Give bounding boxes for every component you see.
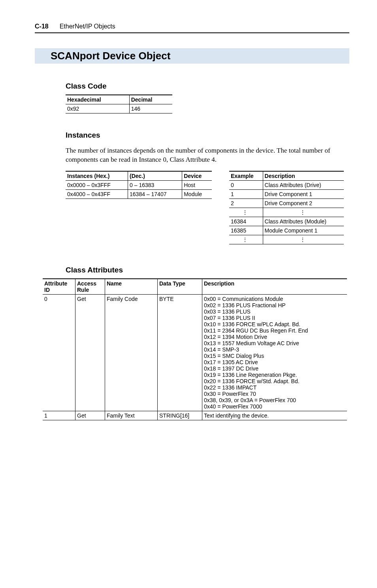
class-attributes-table: Attribute ID Access Rule Name Data Type … (43, 278, 347, 420)
class-code-table: Hexadecimal Decimal 0x92 146 (66, 95, 172, 113)
class-attributes-heading: Class Attributes (66, 266, 349, 274)
table-row: 1 Get Family Text STRING[16] Text identi… (43, 411, 347, 420)
table-row: 0 Get Family Code BYTE 0x00 = Communicat… (43, 294, 347, 411)
page-number: C-18 (35, 23, 49, 30)
class-code-heading: Class Code (66, 82, 349, 91)
page-title: SCANport Device Object (51, 50, 334, 62)
header-rule (35, 32, 349, 33)
table-row: 0x92 146 (66, 104, 172, 113)
cc-th-hex: Hexadecimal (66, 95, 129, 104)
instances-right-table: Example Description 0Class Attributes (D… (229, 171, 344, 244)
table-row: 0x0000 – 0x3FFF 0 – 16383 Host (66, 180, 212, 189)
instances-left-table: Instances (Hex.) (Dec.) Device 0x0000 – … (66, 171, 212, 199)
chapter-title: EtherNet/IP Objects (60, 23, 115, 30)
instances-body: The number of instances depends on the n… (66, 146, 349, 164)
table-row: 0x4000 – 0x43FF 16384 – 17407 Module (66, 189, 212, 199)
cc-th-dec: Decimal (129, 95, 172, 104)
instances-heading: Instances (66, 131, 349, 140)
title-banner: SCANport Device Object (35, 48, 349, 64)
